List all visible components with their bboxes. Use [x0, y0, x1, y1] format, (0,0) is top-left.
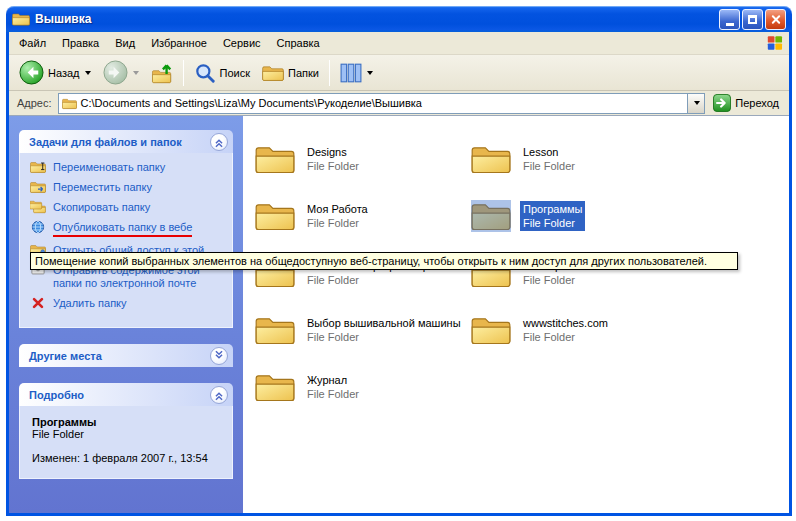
toolbar-separator [183, 60, 184, 86]
details-item-type: File Folder [32, 428, 224, 440]
folder-tile-zhurnal[interactable]: Журнал File Folder [255, 358, 471, 415]
folder-name: Журнал [307, 374, 347, 386]
collapse-button[interactable] [210, 386, 228, 404]
back-button[interactable]: Назад [13, 58, 97, 88]
address-path: C:\Documents and Settings\Liza\My Docume… [77, 97, 688, 109]
up-button[interactable] [145, 58, 179, 88]
folder-type: File Folder [523, 331, 575, 343]
delete-icon [30, 296, 46, 310]
file-tasks-header[interactable]: Задачи для файлов и папок [19, 130, 233, 153]
menu-tools[interactable]: Сервис [215, 34, 269, 52]
address-bar: Адрес: C:\Documents and Settings\Liza\My… [9, 91, 789, 116]
go-icon [713, 94, 731, 112]
folder-tile-lesson[interactable]: Lesson File Folder [471, 130, 619, 187]
back-icon [19, 60, 44, 85]
close-icon [770, 14, 781, 25]
menu-view[interactable]: Вид [107, 34, 143, 52]
forward-dropdown-icon [133, 71, 139, 75]
details-title: Подробно [29, 389, 84, 401]
collapse-button[interactable] [210, 133, 228, 151]
file-grid: Designs File Folder Lesson File Folder М… [255, 130, 619, 415]
folder-type: File Folder [523, 160, 575, 172]
details-panel: Подробно Программы File Folder Изменен: … [19, 383, 233, 479]
toolbar: Назад [9, 55, 789, 91]
title-bar[interactable]: Вышивка [6, 6, 792, 32]
chevron-down-icon [212, 349, 226, 363]
folder-name: Lesson [523, 146, 558, 158]
minimize-button[interactable] [719, 9, 740, 30]
file-tasks-panel: Задачи для файлов и папок [19, 130, 233, 328]
go-button[interactable]: Переход [711, 94, 785, 112]
file-list-area[interactable]: Designs File Folder Lesson File Folder М… [243, 116, 789, 513]
task-delete-folder[interactable]: Удалить папку [30, 297, 228, 310]
folder-name: Выбор вышивальной машины [307, 317, 461, 329]
expand-button[interactable] [210, 347, 228, 365]
folder-tile-vybor-mashiny[interactable]: Выбор вышивальной машины File Folder [255, 301, 471, 358]
go-label: Переход [735, 97, 779, 109]
menu-help[interactable]: Справка [269, 34, 328, 52]
folder-type: File Folder [523, 274, 575, 286]
back-label: Назад [48, 67, 80, 79]
maximize-icon [748, 15, 757, 24]
task-label: Переименовать папку [53, 161, 165, 174]
up-folder-icon [151, 62, 173, 84]
other-places-header[interactable]: Другие места [19, 344, 233, 367]
window-folder-icon [12, 10, 30, 28]
folder-name: wwwstitches.com [523, 317, 608, 329]
task-label: Удалить папку [53, 297, 127, 310]
folders-icon [262, 62, 284, 84]
details-header[interactable]: Подробно [19, 383, 233, 406]
views-button[interactable] [334, 58, 379, 88]
folder-icon [255, 143, 295, 175]
toolbar-separator [329, 60, 330, 86]
folder-tile-moya-rabota[interactable]: Моя Работа File Folder [255, 187, 471, 244]
rename-folder-icon [30, 160, 46, 174]
folder-tile-designs[interactable]: Designs File Folder [255, 130, 471, 187]
publish-web-icon [30, 220, 46, 234]
task-label: Переместить папку [53, 181, 152, 194]
menu-favorites[interactable]: Избранное [143, 34, 215, 52]
folders-button[interactable]: Папки [256, 58, 325, 88]
tooltip: Помещение копий выбранных элементов на о… [30, 252, 738, 270]
address-dropdown-button[interactable] [687, 94, 704, 113]
folder-icon [255, 314, 295, 346]
maximize-button[interactable] [742, 9, 763, 30]
folder-tile-wwwstitches[interactable]: wwwstitches.com File Folder [471, 301, 619, 358]
task-publish-folder[interactable]: Опубликовать папку в вебе [30, 221, 228, 237]
menu-file[interactable]: Файл [11, 34, 54, 52]
folder-name: Моя Работа [307, 203, 368, 215]
details-item-modified: Изменен: 1 февраля 2007 г., 13:54 [32, 452, 224, 464]
views-icon [340, 62, 362, 84]
task-sidebar: Задачи для файлов и папок [9, 116, 243, 513]
folder-type: File Folder [307, 217, 359, 229]
menu-bar: Файл Правка Вид Избранное Сервис Справка [9, 32, 789, 55]
file-tasks-title: Задачи для файлов и папок [29, 136, 182, 148]
details-body: Программы File Folder Изменен: 1 февраля… [19, 406, 233, 479]
window-body: Файл Правка Вид Избранное Сервис Справка [6, 32, 792, 516]
folder-tile-programmy-selected[interactable]: Программы File Folder [471, 187, 619, 244]
folder-icon-selected [471, 200, 511, 232]
back-dropdown-icon [85, 71, 91, 75]
forward-button[interactable] [97, 58, 145, 88]
close-button[interactable] [765, 9, 786, 30]
other-places-panel: Другие места [19, 344, 233, 367]
task-copy-folder[interactable]: Скопировать папку [30, 201, 228, 214]
folder-icon [255, 371, 295, 403]
address-input[interactable]: C:\Documents and Settings\Liza\My Docume… [58, 93, 706, 114]
minimize-icon [726, 23, 734, 26]
folder-type: File Folder [523, 217, 575, 229]
search-icon [194, 62, 216, 84]
folder-type: File Folder [307, 160, 359, 172]
file-tasks-body: Переименовать папку Переместить папку [19, 153, 233, 328]
menu-edit[interactable]: Правка [54, 34, 107, 52]
folder-name: Программы [523, 203, 582, 215]
explorer-window: Вышивка Файл Правка Вид Избранное Сервис… [6, 6, 792, 516]
content-area: Задачи для файлов и папок [9, 116, 789, 513]
search-button[interactable]: Поиск [188, 58, 256, 88]
task-rename-folder[interactable]: Переименовать папку [30, 161, 228, 174]
chevron-up-icon [212, 135, 226, 149]
folders-label: Папки [288, 67, 319, 79]
task-move-folder[interactable]: Переместить папку [30, 181, 228, 194]
folder-icon [471, 143, 511, 175]
task-label: Скопировать папку [53, 201, 150, 214]
